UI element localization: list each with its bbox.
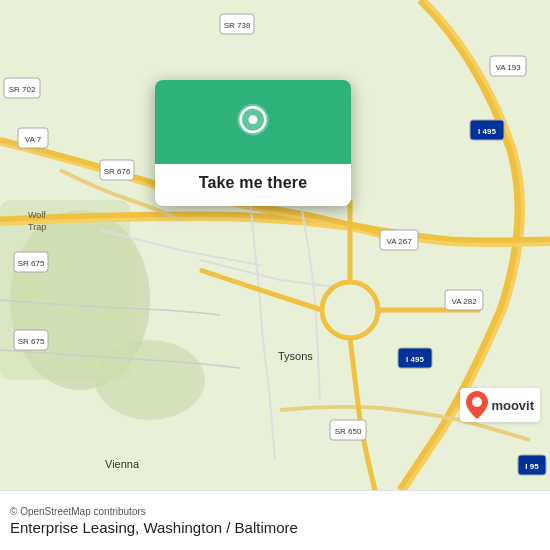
svg-point-37 (249, 115, 258, 124)
svg-text:SR 675: SR 675 (18, 337, 45, 346)
svg-text:Vienna: Vienna (105, 458, 140, 470)
moovit-text: moovit (491, 398, 534, 413)
popup-footer: Take me there (155, 164, 351, 206)
bottom-bar: © OpenStreetMap contributors Enterprise … (0, 490, 550, 550)
attribution-text: © OpenStreetMap contributors (10, 506, 540, 517)
popup-header (155, 80, 351, 164)
svg-text:VA 193: VA 193 (495, 63, 521, 72)
moovit-pin-icon (466, 391, 488, 419)
svg-point-4 (322, 282, 378, 338)
svg-text:I 495: I 495 (406, 355, 424, 364)
svg-text:SR 675: SR 675 (18, 259, 45, 268)
svg-text:SR 650: SR 650 (335, 427, 362, 436)
svg-rect-3 (0, 200, 130, 380)
svg-text:SR 702: SR 702 (9, 85, 36, 94)
svg-text:Wolf: Wolf (28, 210, 46, 220)
map-container: VA 7 SR 738 SR 702 SR 676 SR 675 SR 675 … (0, 0, 550, 490)
moovit-logo: moovit (460, 388, 540, 422)
svg-text:SR 738: SR 738 (224, 21, 251, 30)
take-me-there-button[interactable]: Take me there (199, 174, 308, 192)
svg-text:VA 267: VA 267 (386, 237, 412, 246)
svg-text:I 95: I 95 (525, 462, 539, 471)
place-name-text: Enterprise Leasing, Washington / Baltimo… (10, 519, 540, 536)
popup-card: Take me there (155, 80, 351, 206)
app: VA 7 SR 738 SR 702 SR 676 SR 675 SR 675 … (0, 0, 550, 550)
svg-text:Tysons: Tysons (278, 350, 313, 362)
location-pin-icon (231, 102, 275, 146)
svg-text:Trap: Trap (28, 222, 46, 232)
svg-text:VA 282: VA 282 (451, 297, 477, 306)
svg-point-38 (472, 397, 482, 407)
svg-text:SR 676: SR 676 (104, 167, 131, 176)
svg-text:I 495: I 495 (478, 127, 496, 136)
svg-text:VA 7: VA 7 (25, 135, 42, 144)
